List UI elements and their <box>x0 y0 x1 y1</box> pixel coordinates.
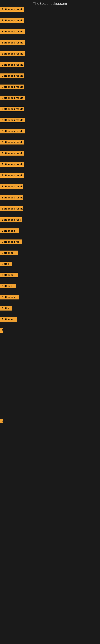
bottleneck-result-4: Bottleneck result <box>0 40 25 45</box>
bottleneck-result-20: Bottleneck resu <box>0 217 22 222</box>
site-title: TheBottlenecker.com <box>0 0 100 8</box>
bottleneck-result-16: Bottleneck result <box>0 173 24 178</box>
bottleneck-result-3: Bottleneck result <box>0 29 25 34</box>
bottleneck-result-21: Bottleneck <box>0 228 19 233</box>
bottleneck-result-12: Bottleneck result <box>0 129 25 134</box>
bottleneck-result-15: Bottleneck result <box>0 162 24 167</box>
bottleneck-result-30: B <box>0 328 3 333</box>
bottleneck-result-11: Bottleneck result <box>0 118 25 122</box>
bottleneck-result-8: Bottleneck result <box>0 84 24 89</box>
bottleneck-result-28: Bottle <box>0 306 12 310</box>
bottleneck-result-9: Bottleneck result <box>0 96 25 100</box>
bottleneck-result-13: Bottleneck result <box>0 140 24 144</box>
bottleneck-result-27: Bottleneck r <box>0 295 19 300</box>
bottleneck-result-5: Bottleneck result <box>0 51 25 56</box>
bottleneck-result-31: B <box>0 418 3 423</box>
bottleneck-result-26: Bottlene <box>0 284 16 288</box>
bottleneck-result-14: Bottleneck result <box>0 151 24 156</box>
bottleneck-result-1: Bottleneck result <box>0 7 24 12</box>
bottleneck-result-6: Bottleneck result <box>0 62 24 67</box>
bottleneck-result-22: Bottleneck res <box>0 240 22 244</box>
bottleneck-result-23: Bottlenec <box>0 250 18 255</box>
bottleneck-result-29: Bottlenec <box>0 317 17 322</box>
bottleneck-result-10: Bottleneck result <box>0 107 24 111</box>
bottleneck-result-17: Bottleneck result <box>0 184 23 189</box>
bottleneck-result-19: Bottleneck result <box>0 206 23 211</box>
bottleneck-result-18: Bottleneck result <box>0 195 23 200</box>
bottleneck-result-24: Bottle <box>0 262 12 266</box>
bottleneck-result-2: Bottleneck result <box>0 18 24 23</box>
bottleneck-result-7: Bottleneck result <box>0 74 24 78</box>
bottleneck-result-25: Bottlenec <box>0 273 18 277</box>
